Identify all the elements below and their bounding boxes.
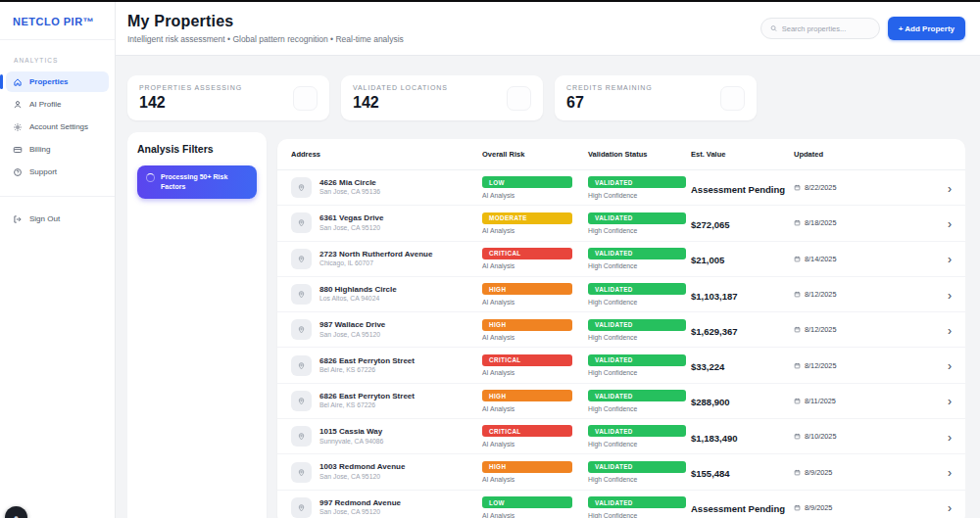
page-header: My Properties Intelligent risk assessmen… (116, 2, 980, 56)
stat-icon-placeholder (720, 86, 745, 111)
chevron-right-icon[interactable]: › (948, 183, 952, 195)
row-address: 6826 East Perryton Street (319, 356, 415, 366)
validation-badge: VALIDATED (588, 390, 686, 401)
column-header: Address (291, 150, 482, 159)
validation-sub-label: High Confidence (588, 476, 691, 483)
risk-sub-label: AI Analysis (482, 441, 588, 447)
row-address: 997 Redmond Avenue (319, 498, 401, 508)
card-icon (13, 145, 23, 155)
risk-sub-label: AI Analysis (482, 405, 588, 412)
chevron-right-icon[interactable]: › (948, 396, 952, 407)
table-row[interactable]: 6826 East Perryton StreetBel Aire, KS 67… (277, 348, 965, 383)
calendar-icon (794, 256, 801, 262)
chevron-right-icon[interactable]: › (948, 432, 952, 444)
updated-date: 8/9/2025 (805, 503, 832, 512)
table-row[interactable]: 2723 North Rutherford AvenueChicago, IL … (277, 242, 965, 277)
sidebar: NETCLO PIR™ ANALYTICS PropertiesAI Profi… (0, 2, 116, 518)
estimated-value: $1,103,187 (691, 291, 738, 302)
location-pin-icon (291, 462, 312, 483)
location-pin-icon (291, 319, 312, 340)
sidebar-item-ai-profile[interactable]: AI Profile (6, 94, 109, 115)
chevron-right-icon[interactable]: › (948, 360, 952, 372)
sidebar-item-label: AI Profile (29, 100, 61, 109)
table-row[interactable]: 987 Wallace DriveSan Jose, CA 95120HIGHA… (277, 312, 965, 348)
estimated-value: $21,005 (691, 255, 724, 265)
sidebar-section-label: ANALYTICS (0, 40, 115, 71)
row-city: Sunnyvale, CA 94086 (319, 438, 383, 447)
estimated-value: $272,065 (691, 219, 730, 230)
chat-widget-button[interactable]: ● (5, 506, 27, 518)
validation-badge: VALIDATED (588, 496, 686, 508)
row-address: 1015 Cassia Way (319, 427, 383, 437)
pin-icon (297, 432, 306, 441)
risk-badge: HIGH (482, 390, 572, 401)
estimated-value: Assessment Pending (691, 184, 785, 195)
table-row[interactable]: 997 Redmond AvenueSan Jose, CA 95120LOWA… (277, 491, 965, 518)
updated-date: 8/12/2025 (805, 361, 836, 370)
sidebar-item-label: Support (29, 167, 57, 176)
location-pin-icon (291, 284, 312, 305)
chevron-right-icon[interactable]: › (948, 218, 952, 230)
stat-card: CREDITS REMAINING67 (555, 75, 757, 120)
risk-badge: HIGH (482, 283, 572, 295)
table-row[interactable]: 1015 Cassia WaySunnyvale, CA 94086CRITIC… (277, 419, 965, 454)
sidebar-item-billing[interactable]: Billing (6, 139, 109, 160)
validation-sub-label: High Confidence (588, 299, 691, 306)
validation-sub-label: High Confidence (588, 405, 691, 412)
table-row[interactable]: 1003 Redmond AvenueSan Jose, CA 95120HIG… (277, 454, 965, 490)
row-address: 987 Wallace Drive (319, 320, 385, 330)
stat-value: 142 (353, 94, 448, 112)
table-row[interactable]: 4626 Mia CircleSan Jose, CA 95136LOWAI A… (277, 170, 965, 206)
filters-title: Analysis Filters (137, 143, 257, 155)
updated-date: 8/12/2025 (805, 325, 836, 334)
location-pin-icon (291, 355, 312, 376)
table-row[interactable]: 880 Highlands CircleLos Altos, CA 94024H… (277, 277, 965, 312)
processing-label: Processing 50+ Risk Factors (161, 172, 248, 192)
chevron-right-icon[interactable]: › (948, 254, 952, 265)
location-pin-icon (291, 391, 312, 411)
app-logo: NETCLO PIR™ (0, 2, 115, 40)
sidebar-item-properties[interactable]: Properties (6, 71, 109, 92)
risk-sub-label: AI Analysis (482, 192, 588, 199)
estimated-value: $288,900 (691, 397, 730, 407)
search-input[interactable] (782, 24, 870, 33)
chevron-right-icon[interactable]: › (948, 502, 952, 514)
search-icon (770, 24, 777, 32)
validation-badge: VALIDATED (588, 319, 686, 331)
risk-badge: CRITICAL (482, 354, 572, 366)
home-icon (13, 77, 23, 87)
pin-icon (297, 468, 306, 477)
sidebar-item-support[interactable]: Support (6, 162, 109, 182)
search-box[interactable] (760, 18, 880, 39)
spinner-icon (146, 173, 155, 182)
estimated-value: $33,224 (691, 361, 724, 372)
risk-sub-label: AI Analysis (482, 369, 588, 376)
table-row[interactable]: 6826 East Perryton StreetBel Aire, KS 67… (277, 384, 965, 419)
chevron-right-icon[interactable]: › (948, 325, 952, 337)
add-property-button[interactable]: + Add Property (888, 17, 965, 40)
sidebar-item-account-settings[interactable]: Account Settings (6, 117, 109, 137)
validation-sub-label: High Confidence (588, 441, 691, 447)
processing-badge[interactable]: Processing 50+ Risk Factors (137, 165, 257, 199)
stat-value: 67 (566, 94, 653, 112)
calendar-icon (794, 504, 801, 511)
risk-badge: CRITICAL (482, 248, 572, 259)
stat-value: 142 (139, 94, 242, 112)
calendar-icon (794, 469, 801, 476)
pin-icon (297, 325, 306, 334)
page-title: My Properties (127, 13, 404, 30)
content-area: PROPERTIES ASSESSING142VALIDATED LOCATIO… (116, 56, 980, 518)
chevron-right-icon[interactable]: › (948, 290, 952, 302)
chevron-right-icon[interactable]: › (948, 467, 952, 479)
main-area: My Properties Intelligent risk assessmen… (116, 2, 980, 518)
table-row[interactable]: 6361 Vegas DriveSan Jose, CA 95120MODERA… (277, 206, 965, 241)
sidebar-item-label: Account Settings (29, 122, 88, 131)
column-header: Est. Value (691, 150, 794, 159)
sign-out-button[interactable]: Sign Out (6, 209, 109, 229)
row-city: Chicago, IL 60707 (319, 259, 432, 268)
updated-date: 8/9/2025 (805, 468, 832, 477)
gear-icon (13, 122, 23, 132)
stat-icon-placeholder (293, 86, 318, 111)
row-city: San Jose, CA 95120 (319, 224, 383, 233)
risk-sub-label: AI Analysis (482, 476, 588, 483)
